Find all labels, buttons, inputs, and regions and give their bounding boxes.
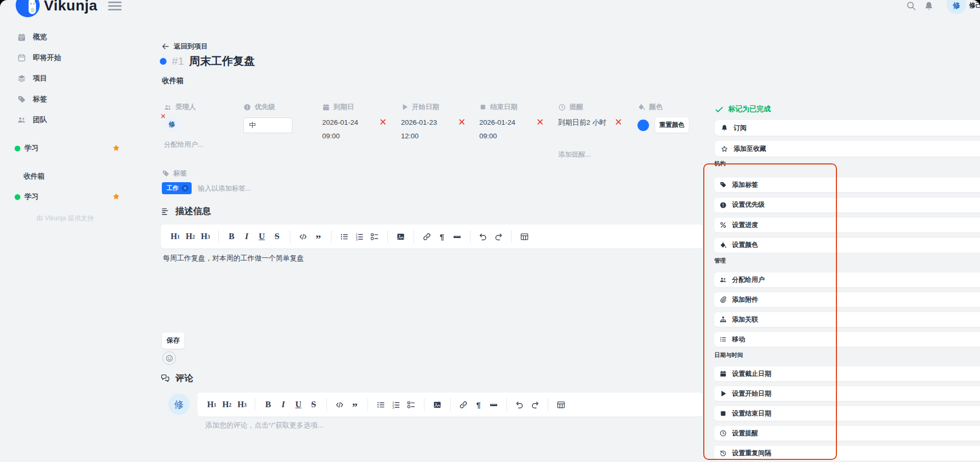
notifications-icon[interactable] bbox=[924, 1, 934, 11]
toolbar-image-button[interactable] bbox=[396, 230, 406, 243]
remove-reminder-icon[interactable] bbox=[615, 118, 622, 126]
due-date-value[interactable]: 2026-01-2409:00 bbox=[322, 116, 358, 143]
reset-color-button[interactable]: 重置颜色 bbox=[655, 117, 689, 133]
assign-user-placeholder[interactable]: 分配给用户... bbox=[164, 140, 204, 149]
toolbar-ol-button[interactable]: 123 bbox=[391, 398, 401, 411]
toolbar-italic-button[interactable]: I bbox=[242, 230, 252, 243]
toolbar-bold-button[interactable]: B bbox=[227, 230, 237, 243]
toolbar-underline-button[interactable]: U bbox=[257, 230, 267, 243]
toolbar-code-button[interactable] bbox=[298, 230, 308, 243]
menu-item-add-label[interactable]: 添加标签 bbox=[714, 177, 980, 192]
vikunja-logo-icon[interactable] bbox=[16, 0, 40, 17]
toolbar-image-button[interactable] bbox=[432, 398, 442, 411]
label-chip[interactable]: 工作 bbox=[162, 182, 192, 194]
toolbar-table-button[interactable] bbox=[556, 398, 566, 411]
sidebar-item-labels[interactable]: 标签 bbox=[0, 94, 131, 104]
favorite-button[interactable]: 添加至收藏 bbox=[715, 141, 980, 157]
remove-start-date-icon[interactable] bbox=[458, 118, 466, 126]
toolbar-ol-button[interactable]: 123 bbox=[355, 230, 364, 243]
toolbar-h2-button[interactable]: H2 bbox=[222, 398, 232, 411]
toolbar-ul-button[interactable] bbox=[339, 230, 349, 243]
sidebar-item-overview[interactable]: 概览 bbox=[0, 32, 131, 42]
menu-item-add-relation[interactable]: 添加关联 bbox=[714, 312, 980, 327]
menu-item-set-progress[interactable]: 设置进度 bbox=[714, 218, 980, 232]
comment-input-placeholder[interactable]: 添加您的评论，点击“/”获取更多选项... bbox=[205, 421, 324, 430]
toolbar-link-button[interactable] bbox=[458, 398, 468, 411]
subscribe-button[interactable]: 订阅 bbox=[715, 120, 980, 136]
toolbar-italic-button[interactable]: I bbox=[278, 398, 288, 411]
toolbar-h3-button[interactable]: H3 bbox=[200, 230, 210, 243]
sidebar-item-upcoming[interactable]: 即将开始 bbox=[0, 53, 131, 63]
menu-item-add-attachment[interactable]: 添加附件 bbox=[714, 292, 980, 307]
toolbar-h2-button[interactable]: H2 bbox=[185, 230, 195, 243]
assignee-avatar[interactable]: 修 bbox=[164, 116, 180, 132]
color-swatch[interactable] bbox=[637, 120, 649, 131]
reminder-value[interactable]: 到期日前2 小时 bbox=[558, 116, 617, 129]
toolbar-ul-button[interactable] bbox=[376, 398, 386, 411]
user-avatar[interactable]: 修 bbox=[947, 0, 966, 14]
menu-item-move[interactable]: 移动 bbox=[714, 332, 980, 347]
toolbar-undo-button[interactable] bbox=[515, 398, 525, 411]
menu-item-set-color[interactable]: 设置颜色 bbox=[714, 238, 980, 253]
start-date-value[interactable]: 2026-01-2312:00 bbox=[401, 116, 439, 143]
add-label-placeholder[interactable]: 输入以添加标签... bbox=[198, 184, 251, 193]
menu-item-set-due-date[interactable]: 设置截止日期 bbox=[714, 366, 980, 381]
menu-item-set-start-date[interactable]: 设置开始日期 bbox=[714, 386, 980, 401]
toolbar-redo-button[interactable] bbox=[493, 230, 503, 243]
emoji-button[interactable] bbox=[162, 351, 176, 365]
toolbar-table-button[interactable] bbox=[519, 230, 529, 243]
menu-item-set-reminder[interactable]: 设置提醒 bbox=[714, 426, 980, 441]
toolbar-h1-button[interactable]: H1 bbox=[170, 230, 180, 243]
toolbar-quote-button[interactable]: ” bbox=[313, 228, 323, 245]
sidebar-project-inbox[interactable]: 收件箱 bbox=[0, 171, 131, 182]
toolbar-undo-button[interactable] bbox=[478, 230, 488, 243]
menu-toggle-icon[interactable] bbox=[108, 2, 122, 13]
toolbar-tasks-button[interactable] bbox=[370, 230, 380, 243]
favorite-star-icon[interactable] bbox=[112, 192, 121, 203]
end-date-value[interactable]: 2026-01-2409:00 bbox=[479, 116, 517, 143]
toolbar-hr-button[interactable] bbox=[452, 230, 462, 243]
description-heading: 描述信息 bbox=[161, 205, 211, 217]
toolbar-hr-button[interactable] bbox=[489, 398, 499, 411]
sidebar-item-teams[interactable]: 团队 bbox=[0, 115, 131, 125]
task-title[interactable]: 周末工作复盘 bbox=[189, 54, 255, 68]
priority-select[interactable]: 中 bbox=[243, 117, 292, 133]
remove-due-date-icon[interactable] bbox=[379, 118, 387, 126]
toolbar-redo-button[interactable] bbox=[530, 398, 540, 411]
remove-label-icon[interactable] bbox=[182, 185, 188, 192]
project-link[interactable]: 收件箱 bbox=[162, 76, 184, 86]
toolbar-underline-button[interactable]: U bbox=[293, 398, 303, 411]
save-button[interactable]: 保存 bbox=[162, 333, 184, 349]
bell-icon bbox=[924, 1, 934, 11]
toolbar-quote-button[interactable]: ” bbox=[350, 396, 360, 413]
back-to-project-link[interactable]: 返回到项目 bbox=[161, 42, 208, 51]
sidebar-item-projects[interactable]: 项目 bbox=[0, 73, 131, 84]
play-icon bbox=[719, 390, 727, 397]
toolbar-strike-button[interactable]: S bbox=[309, 398, 318, 411]
menu-item-assign-users[interactable]: 分配给用户 bbox=[714, 273, 980, 287]
remove-assignee-icon[interactable] bbox=[160, 113, 166, 119]
search-icon[interactable] bbox=[906, 1, 917, 11]
toolbar-tasks-button[interactable] bbox=[406, 398, 416, 411]
toolbar-paragraph-button[interactable]: ¶ bbox=[437, 230, 447, 243]
menu-item-set-priority[interactable]: 设置优先级 bbox=[714, 198, 980, 212]
priority-icon bbox=[243, 103, 251, 111]
undo-icon bbox=[515, 400, 524, 409]
sidebar-project-study-2[interactable]: 学习 bbox=[0, 192, 131, 202]
toolbar-link-button[interactable] bbox=[422, 230, 432, 243]
toolbar-h1-button[interactable]: H1 bbox=[207, 398, 217, 411]
description-text[interactable]: 每周工作复盘，对本周的工作做一个简单复盘 bbox=[163, 254, 304, 263]
mark-done-button[interactable]: 标记为已完成 bbox=[715, 104, 771, 114]
toolbar-code-button[interactable] bbox=[335, 398, 345, 411]
sidebar-project-study-1[interactable]: 学习 bbox=[0, 143, 131, 153]
toolbar-bold-button[interactable]: B bbox=[263, 398, 273, 411]
toolbar-paragraph-button[interactable]: ¶ bbox=[474, 398, 483, 411]
add-reminder-placeholder[interactable]: 添加提醒... bbox=[558, 150, 591, 159]
remove-end-date-icon[interactable] bbox=[536, 118, 544, 126]
toolbar-strike-button[interactable]: S bbox=[272, 230, 282, 243]
favorite-star-icon[interactable] bbox=[112, 144, 121, 155]
menu-item-set-repeat[interactable]: 设置重复间隔 bbox=[714, 446, 980, 460]
clock-icon bbox=[719, 430, 727, 437]
menu-item-set-end-date[interactable]: 设置结束日期 bbox=[714, 406, 980, 421]
toolbar-h3-button[interactable]: H3 bbox=[237, 398, 247, 411]
